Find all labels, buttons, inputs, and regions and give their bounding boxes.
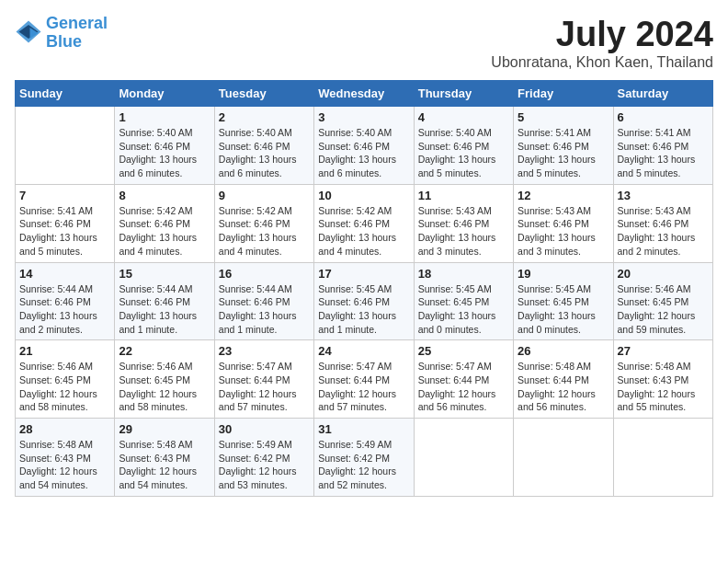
cell-text: Sunrise: 5:40 AM Sunset: 6:46 PM Dayligh… <box>219 126 310 180</box>
calendar-week-row: 14Sunrise: 5:44 AM Sunset: 6:46 PM Dayli… <box>16 262 713 340</box>
day-number: 20 <box>618 267 709 281</box>
calendar-cell <box>514 419 613 497</box>
calendar-cell: 27Sunrise: 5:48 AM Sunset: 6:43 PM Dayli… <box>613 340 712 419</box>
calendar-cell: 4Sunrise: 5:40 AM Sunset: 6:46 PM Daylig… <box>414 107 513 185</box>
day-number: 18 <box>418 267 509 281</box>
day-number: 6 <box>618 110 709 124</box>
calendar-cell <box>16 107 115 185</box>
cell-text: Sunrise: 5:46 AM Sunset: 6:45 PM Dayligh… <box>618 282 709 337</box>
calendar-cell: 26Sunrise: 5:48 AM Sunset: 6:44 PM Dayli… <box>514 340 613 419</box>
calendar-cell: 17Sunrise: 5:45 AM Sunset: 6:46 PM Dayli… <box>314 262 414 340</box>
cell-text: Sunrise: 5:48 AM Sunset: 6:43 PM Dayligh… <box>618 360 709 414</box>
calendar-cell: 18Sunrise: 5:45 AM Sunset: 6:45 PM Dayli… <box>414 262 513 340</box>
day-number: 22 <box>119 344 210 358</box>
day-number: 30 <box>219 422 310 436</box>
page-header: General Blue July 2024 Ubonratana, Khon … <box>15 15 713 71</box>
day-number: 19 <box>518 267 609 281</box>
day-number: 2 <box>219 110 310 124</box>
day-number: 10 <box>318 189 409 202</box>
logo-text: General Blue <box>46 15 108 52</box>
calendar-cell: 2Sunrise: 5:40 AM Sunset: 6:46 PM Daylig… <box>214 107 313 185</box>
calendar-cell <box>414 419 513 497</box>
day-number: 24 <box>318 344 409 358</box>
logo-icon <box>15 19 42 47</box>
calendar-cell: 3Sunrise: 5:40 AM Sunset: 6:46 PM Daylig… <box>314 107 414 185</box>
cell-text: Sunrise: 5:43 AM Sunset: 6:46 PM Dayligh… <box>518 204 609 259</box>
day-number: 28 <box>19 422 110 436</box>
cell-text: Sunrise: 5:44 AM Sunset: 6:46 PM Dayligh… <box>119 282 210 337</box>
cell-text: Sunrise: 5:42 AM Sunset: 6:46 PM Dayligh… <box>219 204 310 259</box>
day-number: 4 <box>418 110 509 124</box>
location-title: Ubonratana, Khon Kaen, Thailand <box>491 54 713 71</box>
cell-text: Sunrise: 5:47 AM Sunset: 6:44 PM Dayligh… <box>219 360 310 414</box>
cell-text: Sunrise: 5:44 AM Sunset: 6:46 PM Dayligh… <box>219 282 310 337</box>
day-number: 16 <box>219 267 310 281</box>
logo: General Blue <box>15 15 108 52</box>
calendar-cell: 12Sunrise: 5:43 AM Sunset: 6:46 PM Dayli… <box>514 184 613 262</box>
weekday-header-cell: Sunday <box>16 81 115 107</box>
calendar-cell: 30Sunrise: 5:49 AM Sunset: 6:42 PM Dayli… <box>214 419 313 497</box>
day-number: 7 <box>19 189 110 202</box>
day-number: 17 <box>318 267 409 281</box>
day-number: 9 <box>219 189 310 202</box>
weekday-header-cell: Monday <box>115 81 214 107</box>
cell-text: Sunrise: 5:42 AM Sunset: 6:46 PM Dayligh… <box>119 204 210 259</box>
calendar-week-row: 7Sunrise: 5:41 AM Sunset: 6:46 PM Daylig… <box>16 184 713 262</box>
day-number: 5 <box>518 110 609 124</box>
weekday-header-row: SundayMondayTuesdayWednesdayThursdayFrid… <box>16 81 713 107</box>
cell-text: Sunrise: 5:44 AM Sunset: 6:46 PM Dayligh… <box>19 282 110 337</box>
cell-text: Sunrise: 5:49 AM Sunset: 6:42 PM Dayligh… <box>219 438 310 492</box>
calendar-week-row: 1Sunrise: 5:40 AM Sunset: 6:46 PM Daylig… <box>16 107 713 185</box>
calendar-cell: 19Sunrise: 5:45 AM Sunset: 6:45 PM Dayli… <box>514 262 613 340</box>
day-number: 14 <box>19 267 110 281</box>
calendar-cell: 9Sunrise: 5:42 AM Sunset: 6:46 PM Daylig… <box>214 184 313 262</box>
cell-text: Sunrise: 5:48 AM Sunset: 6:44 PM Dayligh… <box>518 360 609 414</box>
day-number: 1 <box>119 110 210 124</box>
calendar-week-row: 21Sunrise: 5:46 AM Sunset: 6:45 PM Dayli… <box>16 340 713 419</box>
calendar-cell: 6Sunrise: 5:41 AM Sunset: 6:46 PM Daylig… <box>613 107 712 185</box>
cell-text: Sunrise: 5:41 AM Sunset: 6:46 PM Dayligh… <box>518 126 609 180</box>
cell-text: Sunrise: 5:41 AM Sunset: 6:46 PM Dayligh… <box>618 126 709 180</box>
cell-text: Sunrise: 5:40 AM Sunset: 6:46 PM Dayligh… <box>119 126 210 180</box>
day-number: 31 <box>318 422 409 436</box>
cell-text: Sunrise: 5:45 AM Sunset: 6:46 PM Dayligh… <box>318 282 409 337</box>
calendar-cell: 20Sunrise: 5:46 AM Sunset: 6:45 PM Dayli… <box>613 262 712 340</box>
calendar-cell: 28Sunrise: 5:48 AM Sunset: 6:43 PM Dayli… <box>16 419 115 497</box>
day-number: 15 <box>119 267 210 281</box>
cell-text: Sunrise: 5:48 AM Sunset: 6:43 PM Dayligh… <box>19 438 110 492</box>
weekday-header-cell: Saturday <box>613 81 712 107</box>
calendar-cell: 24Sunrise: 5:47 AM Sunset: 6:44 PM Dayli… <box>314 340 414 419</box>
calendar-cell: 14Sunrise: 5:44 AM Sunset: 6:46 PM Dayli… <box>16 262 115 340</box>
calendar-cell: 11Sunrise: 5:43 AM Sunset: 6:46 PM Dayli… <box>414 184 513 262</box>
calendar-cell: 1Sunrise: 5:40 AM Sunset: 6:46 PM Daylig… <box>115 107 214 185</box>
cell-text: Sunrise: 5:43 AM Sunset: 6:46 PM Dayligh… <box>418 204 509 259</box>
day-number: 21 <box>19 344 110 358</box>
cell-text: Sunrise: 5:47 AM Sunset: 6:44 PM Dayligh… <box>318 360 409 414</box>
calendar-cell: 8Sunrise: 5:42 AM Sunset: 6:46 PM Daylig… <box>115 184 214 262</box>
calendar-table: SundayMondayTuesdayWednesdayThursdayFrid… <box>15 80 713 497</box>
day-number: 13 <box>618 189 709 202</box>
day-number: 8 <box>119 189 210 202</box>
calendar-cell: 22Sunrise: 5:46 AM Sunset: 6:45 PM Dayli… <box>115 340 214 419</box>
cell-text: Sunrise: 5:42 AM Sunset: 6:46 PM Dayligh… <box>318 204 409 259</box>
cell-text: Sunrise: 5:46 AM Sunset: 6:45 PM Dayligh… <box>119 360 210 414</box>
calendar-cell: 7Sunrise: 5:41 AM Sunset: 6:46 PM Daylig… <box>16 184 115 262</box>
day-number: 29 <box>119 422 210 436</box>
cell-text: Sunrise: 5:48 AM Sunset: 6:43 PM Dayligh… <box>119 438 210 492</box>
cell-text: Sunrise: 5:40 AM Sunset: 6:46 PM Dayligh… <box>318 126 409 180</box>
weekday-header-cell: Thursday <box>414 81 513 107</box>
day-number: 26 <box>518 344 609 358</box>
calendar-cell: 25Sunrise: 5:47 AM Sunset: 6:44 PM Dayli… <box>414 340 513 419</box>
day-number: 3 <box>318 110 409 124</box>
calendar-cell: 15Sunrise: 5:44 AM Sunset: 6:46 PM Dayli… <box>115 262 214 340</box>
day-number: 11 <box>418 189 509 202</box>
title-area: July 2024 Ubonratana, Khon Kaen, Thailan… <box>491 15 713 71</box>
calendar-cell: 10Sunrise: 5:42 AM Sunset: 6:46 PM Dayli… <box>314 184 414 262</box>
calendar-body: 1Sunrise: 5:40 AM Sunset: 6:46 PM Daylig… <box>16 107 713 497</box>
cell-text: Sunrise: 5:40 AM Sunset: 6:46 PM Dayligh… <box>418 126 509 180</box>
calendar-cell: 31Sunrise: 5:49 AM Sunset: 6:42 PM Dayli… <box>314 419 414 497</box>
weekday-header-cell: Friday <box>514 81 613 107</box>
weekday-header-cell: Tuesday <box>214 81 313 107</box>
cell-text: Sunrise: 5:41 AM Sunset: 6:46 PM Dayligh… <box>19 204 110 259</box>
calendar-cell: 13Sunrise: 5:43 AM Sunset: 6:46 PM Dayli… <box>613 184 712 262</box>
